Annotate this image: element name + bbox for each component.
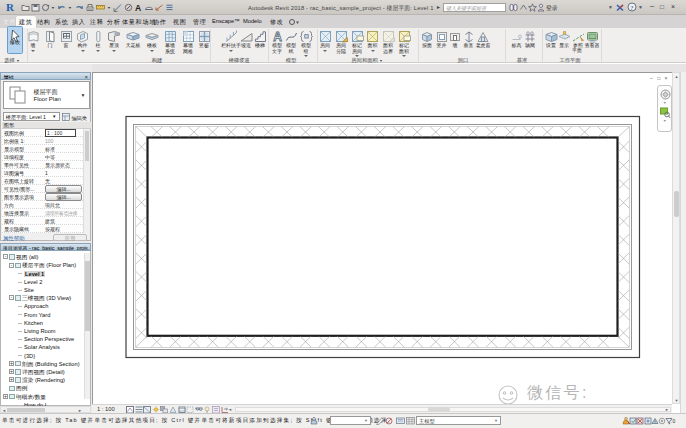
svg-text:?: ?	[630, 4, 633, 12]
svg-text:A: A	[135, 3, 141, 13]
